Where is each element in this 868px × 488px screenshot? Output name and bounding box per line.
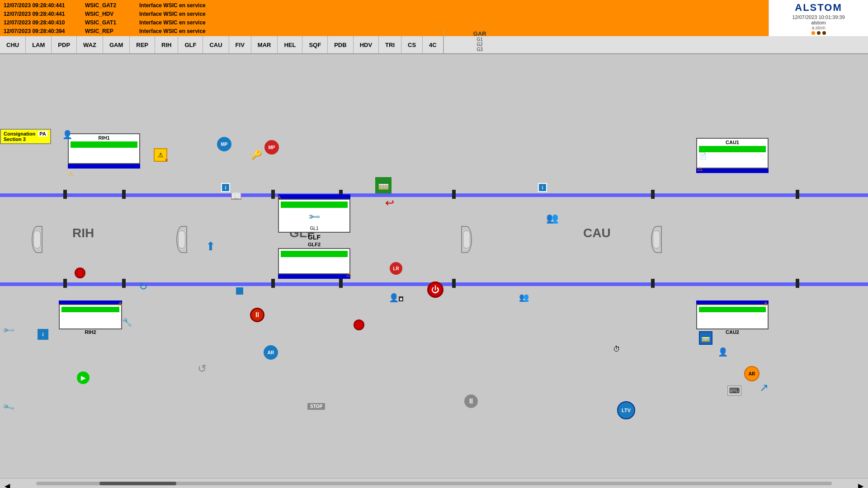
key-icon[interactable]: 🔑 <box>251 149 262 160</box>
stop-label[interactable]: STOP <box>307 403 325 410</box>
scroll-track[interactable] <box>36 482 832 485</box>
station-RIH[interactable]: RIH <box>155 36 178 54</box>
station-4C[interactable]: 4C <box>423 36 443 54</box>
ar-circle-1[interactable]: AR <box>264 345 278 360</box>
mp-circle-2[interactable]: MP <box>264 140 279 155</box>
train-icon-upper[interactable]: 🚃 <box>375 177 392 193</box>
rotate-arrow-1[interactable]: ↻ <box>139 280 148 293</box>
play-button[interactable]: ▶ <box>77 371 90 384</box>
alert-timestamp-2: 12/07/2023 09:28:40:441 <box>4 11 85 17</box>
station-LAM[interactable]: LAM <box>26 36 52 54</box>
station-nav[interactable]: CHU LAM PDP WAZ GAM REP RIH GLF CAU FIV … <box>0 36 868 54</box>
station-PDB[interactable]: PDB <box>328 36 353 54</box>
station-HDV[interactable]: HDV <box>354 36 379 54</box>
station-TRI[interactable]: TRI <box>379 36 401 54</box>
station-CS[interactable]: CS <box>401 36 423 54</box>
tick-lower-3 <box>271 279 275 288</box>
train-icon-lower[interactable]: 🚃 <box>699 331 712 345</box>
tick-lower-5 <box>452 279 456 288</box>
dot-3 <box>822 31 826 35</box>
station-GAM[interactable]: GAM <box>103 36 130 54</box>
scroll-thumb[interactable] <box>99 482 176 485</box>
alert-row-2: 12/07/2023 09:28:40:441 WSIC_HDV Interfa… <box>4 11 765 17</box>
alstom-subuser: a.stom <box>811 25 825 30</box>
cau1-white-area: 📄 <box>699 152 766 166</box>
tick-upper-1 <box>63 190 67 199</box>
tick-upper-5 <box>452 190 456 199</box>
power-button[interactable]: ⏻ <box>427 282 443 298</box>
g1-label[interactable]: G1 <box>477 37 483 42</box>
alert-code-4: WSIC_REP <box>85 28 139 34</box>
info-icon-right[interactable]: i <box>538 183 547 192</box>
glf1-sublabel: GL1 <box>280 226 349 231</box>
glf1-white-area: 🔧 <box>281 209 348 225</box>
station-CHU[interactable]: CHU <box>0 36 26 54</box>
station-FIV[interactable]: FIV <box>229 36 251 54</box>
info-box-lower[interactable]: i <box>38 329 48 340</box>
mp-circle-1[interactable]: MP <box>217 137 231 151</box>
glf-main-label: GLF <box>278 234 350 241</box>
cau2-warning-icon: ⚠ <box>763 300 769 307</box>
station-GLF[interactable]: GLF <box>178 36 203 54</box>
alert-row-4: 12/07/2023 09:28:40:394 WSIC_REP Interfa… <box>4 28 765 34</box>
pause-gray-circle[interactable]: ⏸ <box>464 394 478 408</box>
glf-warning-icon: ⚠ <box>346 271 352 278</box>
rih2-box: RIH2 ⚠ <box>59 300 122 335</box>
consign-pa: PA <box>38 131 47 136</box>
ltv-circle[interactable]: LTV <box>617 401 635 419</box>
glf-wrench-icon: 🔧 <box>307 210 321 224</box>
tick-lower-6 <box>651 279 655 288</box>
person-icon-right[interactable]: 👥 <box>519 292 529 302</box>
station-CAU[interactable]: CAU <box>203 36 229 54</box>
dot-1 <box>811 31 815 35</box>
ltv-label: LTV <box>622 408 631 413</box>
ar-circle-2[interactable]: AR <box>744 366 760 381</box>
rotate-arrow-2[interactable]: ↺ <box>198 362 207 375</box>
cau2-green-bar <box>699 307 766 312</box>
rih1-box: 👤 RIH1 ⚠ <box>68 133 140 169</box>
person-box-icon[interactable]: 👤■ <box>389 293 403 303</box>
station-SQF[interactable]: SQF <box>302 36 328 54</box>
station-REP[interactable]: REP <box>130 36 155 54</box>
alert-message-1: Interface WSIC en service <box>139 2 765 9</box>
scroll-right-arrow[interactable]: ▶ <box>858 482 863 488</box>
tool-icon-bottom[interactable]: 🔧 <box>2 400 15 414</box>
forward-arrow-lower[interactable]: ↗ <box>760 381 769 394</box>
gar-label[interactable]: GAR <box>473 30 486 37</box>
alert-timestamp-3: 12/07/2023 09:28:40:410 <box>4 19 85 26</box>
tool-icon-lower[interactable]: 🔧 <box>1 323 15 337</box>
rih2-warning-icon: ⚠ <box>118 300 123 307</box>
bottom-scrollbar[interactable]: ◀ ▶ <box>0 478 868 488</box>
back-arrow-icon[interactable]: ↩ <box>385 197 394 209</box>
station-PDP[interactable]: PDP <box>52 36 77 54</box>
book-icon[interactable]: 📖 <box>231 191 242 202</box>
tick-lower-1 <box>63 279 67 288</box>
rih-right-cylinder <box>176 226 187 253</box>
alert-icon-rih[interactable]: ⚠ ✕ <box>154 148 167 162</box>
alstom-dots <box>811 31 826 35</box>
keyboard-icon[interactable]: ⌨ <box>727 385 741 396</box>
pause-button[interactable]: ⏸ <box>250 308 264 322</box>
alstom-panel: ALSTOM 12/07/2023 10:01:39:39 alstom a.s… <box>769 0 868 36</box>
cau-left-cylinder <box>651 226 662 253</box>
persons-icon[interactable]: 👥 <box>546 212 558 224</box>
scroll-left-arrow[interactable]: ◀ <box>5 482 10 488</box>
lr-circle[interactable]: LR <box>390 262 402 275</box>
station-MAR[interactable]: MAR <box>251 36 278 54</box>
station-WAZ[interactable]: WAZ <box>77 36 103 54</box>
mp1-label: MP <box>221 142 228 147</box>
cau2-top-track <box>696 300 769 304</box>
g2-label[interactable]: G2 <box>477 42 483 47</box>
station-HEL[interactable]: HEL <box>278 36 302 54</box>
alerts-panel: 12/07/2023 09:28:40:441 WSIC_GAT2 Interf… <box>0 0 769 36</box>
forward-arrow[interactable]: ⬆ <box>206 239 216 253</box>
ar2-label: AR <box>749 371 755 376</box>
g3-label[interactable]: G3 <box>477 47 483 52</box>
person-icon-lower-right[interactable]: 👤 <box>718 347 728 357</box>
rih2-green-bar <box>61 307 119 312</box>
info-icon-upper[interactable]: i <box>221 183 230 192</box>
rih2-white-area <box>61 313 119 327</box>
tool-icon-lower2[interactable]: 🔧 <box>122 317 132 327</box>
clock-icon[interactable]: ⏱ <box>613 345 620 353</box>
rih2-label: RIH2 <box>59 329 122 335</box>
